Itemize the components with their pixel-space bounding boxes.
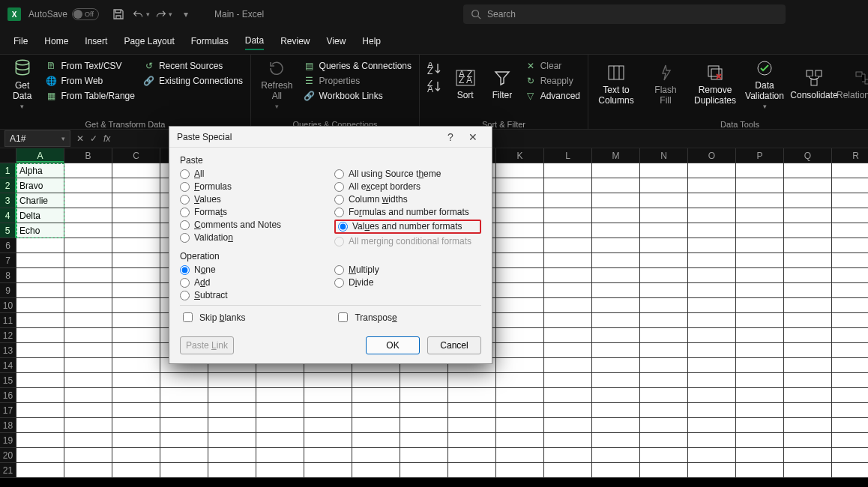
- enter-formula-icon[interactable]: ✓: [90, 133, 97, 144]
- cell[interactable]: [688, 448, 736, 463]
- cell[interactable]: [112, 373, 160, 388]
- cell[interactable]: [208, 388, 256, 403]
- get-data-button[interactable]: Get Data ▾: [7, 58, 37, 110]
- cell[interactable]: [496, 418, 544, 433]
- cell[interactable]: [592, 403, 640, 418]
- column-header[interactable]: P: [736, 148, 784, 163]
- recent-sources-button[interactable]: ↺Recent Sources: [144, 61, 243, 71]
- data-validation-button[interactable]: Data Validation▾: [744, 58, 785, 110]
- cell[interactable]: [352, 388, 400, 403]
- cell[interactable]: [64, 418, 112, 433]
- cell[interactable]: [592, 253, 640, 268]
- cell[interactable]: [592, 418, 640, 433]
- cell[interactable]: [736, 313, 784, 328]
- cell[interactable]: [688, 328, 736, 343]
- cell[interactable]: [640, 178, 688, 193]
- cell[interactable]: [544, 178, 592, 193]
- cell[interactable]: [688, 268, 736, 283]
- cell[interactable]: [736, 403, 784, 418]
- row-header[interactable]: 18: [0, 418, 16, 433]
- cell[interactable]: [832, 358, 868, 373]
- cell[interactable]: [544, 313, 592, 328]
- cell[interactable]: [736, 298, 784, 313]
- cell[interactable]: [352, 403, 400, 418]
- row-header[interactable]: 4: [0, 208, 16, 223]
- tab-view[interactable]: View: [327, 33, 346, 49]
- cell[interactable]: [352, 418, 400, 433]
- radio-values[interactable]: Values: [180, 194, 327, 205]
- cell[interactable]: [832, 298, 868, 313]
- cell[interactable]: Delta: [16, 208, 64, 223]
- redo-icon[interactable]: ▾: [154, 5, 172, 23]
- row-header[interactable]: 6: [0, 238, 16, 253]
- cell[interactable]: [592, 313, 640, 328]
- sort-az-icon[interactable]: AZ: [427, 62, 442, 76]
- cell[interactable]: [784, 418, 832, 433]
- cell[interactable]: [688, 163, 736, 178]
- cell[interactable]: [64, 388, 112, 403]
- cell[interactable]: [688, 388, 736, 403]
- cell[interactable]: [736, 418, 784, 433]
- row-header[interactable]: 1: [0, 163, 16, 178]
- cell[interactable]: [496, 283, 544, 298]
- cell[interactable]: [112, 388, 160, 403]
- cell[interactable]: [352, 433, 400, 448]
- cell[interactable]: [544, 388, 592, 403]
- cell[interactable]: [640, 223, 688, 238]
- cell[interactable]: [688, 223, 736, 238]
- row-header[interactable]: 2: [0, 178, 16, 193]
- cell[interactable]: [448, 373, 496, 388]
- cell[interactable]: [592, 373, 640, 388]
- cell[interactable]: [832, 268, 868, 283]
- cell[interactable]: [112, 418, 160, 433]
- cell[interactable]: [256, 448, 304, 463]
- cell[interactable]: [784, 298, 832, 313]
- cell[interactable]: [688, 208, 736, 223]
- cell[interactable]: [496, 328, 544, 343]
- cell[interactable]: [64, 238, 112, 253]
- cell[interactable]: [112, 343, 160, 358]
- cell[interactable]: [208, 418, 256, 433]
- cell[interactable]: [448, 433, 496, 448]
- cell[interactable]: [640, 268, 688, 283]
- cell[interactable]: [592, 448, 640, 463]
- cell[interactable]: [400, 403, 448, 418]
- cell[interactable]: [544, 193, 592, 208]
- cell[interactable]: [544, 238, 592, 253]
- radio-all-source-theme[interactable]: All using Source theme: [334, 169, 481, 179]
- cell[interactable]: Charlie: [16, 193, 64, 208]
- cell[interactable]: [544, 343, 592, 358]
- radio-subtract[interactable]: Subtract: [180, 290, 327, 300]
- tab-home[interactable]: Home: [44, 33, 68, 49]
- cell[interactable]: [256, 388, 304, 403]
- cell[interactable]: [496, 373, 544, 388]
- cell[interactable]: [496, 433, 544, 448]
- cell[interactable]: [592, 343, 640, 358]
- cell[interactable]: [736, 253, 784, 268]
- cell[interactable]: [304, 403, 352, 418]
- cell[interactable]: [112, 223, 160, 238]
- cell[interactable]: [112, 238, 160, 253]
- row-header[interactable]: 12: [0, 328, 16, 343]
- ok-button[interactable]: OK: [366, 336, 420, 354]
- cell[interactable]: [448, 388, 496, 403]
- flash-fill-button[interactable]: Flash Fill: [645, 58, 686, 110]
- cell[interactable]: [112, 358, 160, 373]
- cancel-formula-icon[interactable]: ✕: [76, 133, 84, 144]
- row-header[interactable]: 21: [0, 463, 16, 478]
- cell[interactable]: [16, 463, 64, 478]
- cell[interactable]: [112, 328, 160, 343]
- cell[interactable]: [544, 448, 592, 463]
- cell[interactable]: [16, 253, 64, 268]
- paste-link-button[interactable]: Paste Link: [180, 336, 234, 354]
- cell[interactable]: [112, 313, 160, 328]
- cell[interactable]: [256, 418, 304, 433]
- cell[interactable]: [496, 253, 544, 268]
- cell[interactable]: [544, 373, 592, 388]
- radio-formulas[interactable]: Formulas: [180, 181, 327, 192]
- cell[interactable]: [160, 388, 208, 403]
- cell[interactable]: [400, 418, 448, 433]
- radio-comments[interactable]: Comments and Notes: [180, 220, 327, 230]
- row-header[interactable]: 17: [0, 403, 16, 418]
- cell[interactable]: [592, 208, 640, 223]
